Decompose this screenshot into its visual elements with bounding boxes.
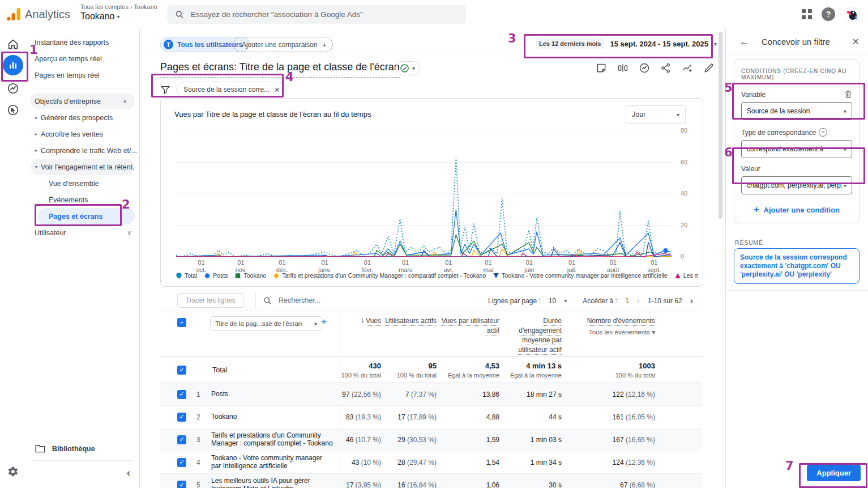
global-search-input[interactable] [190, 10, 458, 19]
column-header[interactable]: Nombre d'événementsTous les événements ▾ [562, 311, 655, 355]
ab-compare-icon[interactable] [617, 62, 628, 74]
sidebar-item-événements[interactable]: Événements [26, 192, 139, 208]
dimension-select[interactable]: Titre de la pag...sse de l'écran ▾ [210, 316, 322, 331]
legend-item[interactable]: Tarifs et prestations d'un Community Man… [273, 272, 486, 279]
add-comparison-chip[interactable]: Ajouter une comparaison + [233, 37, 333, 52]
sidebar-item-pages-en-temps-réel[interactable]: Pages en temps réel [26, 67, 139, 83]
help-question-icon[interactable]: ? [819, 128, 827, 137]
legend-item[interactable]: Les meilleurs outils IA p [675, 272, 698, 279]
table-row[interactable]: ✓3Tarifs et prestations d'un Community M… [160, 428, 702, 451]
add-condition-button[interactable]: +Ajouter une condition [741, 205, 852, 215]
table-row[interactable]: ✓1Posts97 (22,56 %)7 (7,37 %)13,8618 min… [160, 383, 702, 406]
legend-item[interactable]: Tookano [235, 272, 266, 279]
legend-item[interactable]: Posts [204, 272, 228, 279]
legend-item[interactable]: Total [176, 272, 197, 279]
row-checkbox[interactable]: ✓ [177, 413, 186, 422]
share-icon[interactable] [660, 62, 672, 74]
sparkline-insights-icon[interactable] [682, 62, 693, 74]
home-icon[interactable] [6, 37, 20, 51]
brand[interactable]: Analytics [6, 7, 70, 22]
variable-select[interactable]: Source de la session ▾ [741, 102, 852, 120]
account-switcher[interactable]: Tous les comptes › Tookano Tookano ▾ [80, 3, 157, 22]
sidebar-item-objectifs-d-entreprise[interactable]: Objectifs d'entreprise∧ [31, 93, 135, 109]
sidebar-item-pages-et-écrans[interactable]: Pages et écrans [37, 208, 135, 224]
delete-condition-icon[interactable] [844, 90, 852, 99]
sidebar-item-label: Voir l'engagement et la rétent... [41, 163, 135, 171]
row-checkbox[interactable]: ✓ [177, 390, 186, 399]
select-all-checkbox[interactable]: – [177, 318, 186, 327]
table-row[interactable]: ✓4Tookano - Votre community manager par … [160, 451, 702, 474]
sidebar-item-utilisateur[interactable]: Utilisateur∨ [26, 224, 139, 241]
legend-item[interactable]: Tookano - Votre community manager par In… [493, 272, 667, 279]
close-panel-icon[interactable]: ✕ [852, 36, 860, 47]
row-checkbox[interactable]: ✓ [177, 481, 186, 488]
filter-chip-session-source[interactable]: Source de la session corre... ✕ [176, 82, 287, 97]
date-range-picker[interactable]: Les 12 derniers mois 15 sept. 2024 - 15 … [536, 39, 717, 49]
chevron-up-icon[interactable]: ∧ [123, 98, 127, 104]
back-arrow-icon[interactable]: ← [739, 36, 749, 48]
column-header[interactable]: Vues par utilisateur actif [437, 311, 499, 355]
row-checkbox[interactable]: ✓ [177, 458, 186, 467]
edit-pencil-icon[interactable] [703, 62, 715, 74]
dimension-caret-icon: ▾ [314, 321, 317, 327]
filter-funnel-icon[interactable] [160, 84, 170, 95]
column-header[interactable]: Durée d'engagement moyenne par utilisate… [499, 311, 562, 355]
row-checkbox[interactable]: ✓ [177, 435, 186, 444]
collapse-arrow-icon[interactable]: ▾ [32, 164, 41, 169]
sidebar-item-vue-d-ensemble[interactable]: Vue d'ensemble [26, 175, 139, 192]
sidebar-item-aper-u-en-temps-réel[interactable]: Aperçu en temps réel [26, 50, 139, 67]
sidebar-item-comprendre-le-trafic-web-et[interactable]: ▸Comprendre le trafic Web et/... [26, 142, 139, 159]
plot-rows-button[interactable]: Tracer les lignes [177, 293, 244, 308]
match-type-select[interactable]: correspond exactement à ▾ [741, 140, 852, 158]
column-header[interactable]: Utilisateurs actifs [381, 311, 437, 355]
prev-page-icon[interactable]: ‹ [637, 296, 640, 306]
help-icon[interactable]: ? [822, 7, 835, 21]
table-search[interactable] [263, 293, 393, 308]
total-checkbox[interactable]: ✓ [177, 366, 186, 375]
expand-arrow-icon[interactable]: ▸ [32, 115, 41, 120]
note-icon[interactable] [596, 62, 607, 74]
rows-per-page-caret-icon[interactable]: ▾ [564, 298, 567, 304]
table-row[interactable]: ✓5Les meilleurs outils IA pour gérer Ins… [160, 474, 702, 488]
metric-cell: 17 (17,89 %) [381, 413, 437, 421]
add-dimension-icon[interactable]: + [321, 316, 327, 328]
explore-icon[interactable] [6, 82, 20, 95]
rows-per-page-value[interactable]: 10 [549, 297, 556, 305]
event-filter-select[interactable]: Tous les événements ▾ [589, 328, 655, 336]
chevron-down-icon[interactable]: ∨ [127, 230, 131, 236]
reports-icon[interactable] [3, 55, 23, 75]
breadcrumb-current[interactable]: Tookano [134, 3, 157, 10]
sidebar-item-voir-l-engagement-et-la-rétent[interactable]: ▾Voir l'engagement et la rétent... [31, 159, 135, 175]
global-search[interactable] [167, 5, 466, 24]
expand-arrow-icon[interactable]: ▸ [32, 148, 41, 153]
main-scrollbar[interactable] [719, 32, 722, 219]
advertising-icon[interactable] [6, 103, 20, 117]
sort-descending-icon[interactable]: ↓ [361, 316, 364, 324]
collapse-sidebar-icon[interactable]: ‹ [127, 467, 130, 479]
sidebar-item-label: Vue d'ensemble [49, 180, 99, 188]
remove-filter-icon[interactable]: ✕ [274, 86, 280, 94]
sidebar-item-générer-des-prospects[interactable]: ▸Générer des prospects [26, 109, 139, 126]
breadcrumb-root[interactable]: Tous les comptes [80, 3, 129, 10]
apply-button[interactable]: Appliquer [807, 465, 861, 481]
settings-gear-icon[interactable] [6, 465, 20, 478]
sidebar-item-bibliotheque[interactable]: Bibliothèque [35, 444, 95, 453]
granularity-select[interactable]: Jour ▾ [626, 105, 686, 124]
goto-page-value[interactable]: 1 [625, 297, 629, 305]
column-header[interactable]: ↓Vues [340, 311, 381, 355]
legend-label: Tookano - Votre community manager par In… [502, 272, 667, 279]
next-page-icon[interactable]: › [690, 296, 693, 306]
report-validity-badge[interactable]: ▾ [395, 61, 420, 75]
sidebar-item-accroître-les-ventes[interactable]: ▸Accroître les ventes [26, 126, 139, 142]
filter-chip-label: Source de la session corre... [183, 86, 270, 94]
value-select[interactable]: chatgpt.com; perplexity.ai; perp... ▾ [741, 176, 852, 194]
avatar[interactable] [844, 6, 860, 22]
table-row[interactable]: ✓2Tookano83 (19,3 %)17 (17,89 %)4,8844 s… [160, 406, 702, 428]
sidebar-item-instantané-des-rapports[interactable]: Instantané des rapports [26, 34, 139, 50]
apps-grid-icon[interactable] [801, 9, 813, 20]
insights-icon[interactable] [639, 62, 650, 74]
metric-cell: 1,06 [437, 481, 499, 488]
metric-cell: 1 min 34 s [499, 459, 562, 466]
expand-arrow-icon[interactable]: ▸ [32, 131, 41, 137]
table-search-input[interactable] [277, 296, 393, 305]
